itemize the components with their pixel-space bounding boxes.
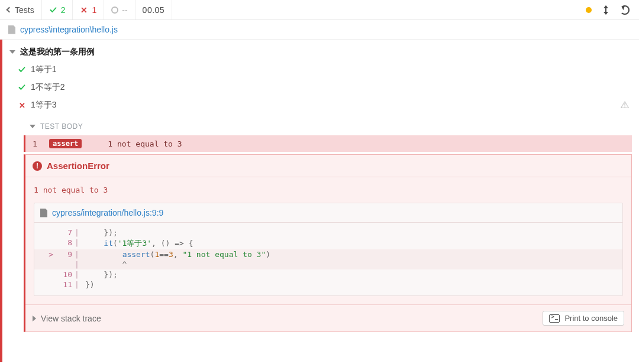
- test-list: 这是我的第一条用例 1等于11不等于2✕1等于3⚠ TEST BODY 1 as…: [2, 40, 639, 362]
- caret-down-icon: [9, 50, 15, 54]
- code-line: 7| });: [34, 228, 622, 238]
- fail-count: 1: [92, 5, 96, 15]
- error-title: AssertionError: [47, 161, 109, 171]
- print-to-console-button[interactable]: Print to console: [543, 311, 624, 326]
- frame-path-text: cypress/integration/hello.js:9:9: [52, 208, 163, 217]
- code-line: 11|}): [34, 280, 622, 290]
- error-block: ! AssertionError 1 not equal to 3 cypres…: [24, 154, 632, 332]
- toolbar-right: [576, 0, 639, 20]
- tests-label: Tests: [15, 5, 34, 15]
- x-icon: ✕: [18, 101, 26, 109]
- duration: 00.05: [143, 5, 165, 15]
- terminal-icon: [549, 314, 560, 323]
- pending-count: --: [122, 5, 127, 15]
- x-icon: ✕: [80, 6, 88, 14]
- check-icon: [18, 66, 26, 74]
- test-body-panel: TEST BODY 1 assert 1 not equal to 3 ! As…: [24, 118, 632, 332]
- pass-count: 2: [61, 5, 66, 15]
- view-stack-trace[interactable]: View stack trace: [33, 314, 101, 323]
- fail-row: ✕1等于3⚠: [7, 96, 632, 114]
- assert-badge: assert: [49, 139, 82, 148]
- file-icon: [40, 209, 47, 217]
- test-row[interactable]: 1等于1: [7, 61, 632, 79]
- error-message: 1 not equal to 3: [25, 177, 631, 203]
- test-row[interactable]: 1不等于2: [7, 79, 632, 96]
- code-frame: cypress/integration/hello.js:9:9 7| });8…: [34, 203, 623, 296]
- warning-icon[interactable]: ⚠: [620, 99, 630, 111]
- error-title-row: ! AssertionError: [25, 155, 631, 177]
- file-path-bar[interactable]: cypress\integration\hello.js: [0, 20, 639, 40]
- fail-count-cell[interactable]: ✕ 1: [73, 0, 104, 20]
- error-footer: View stack trace Print to console: [25, 304, 631, 332]
- check-icon: [49, 6, 57, 14]
- viewport-resize-icon[interactable]: [602, 6, 609, 14]
- check-icon: [18, 83, 26, 92]
- code-frame-path[interactable]: cypress/integration/hello.js:9:9: [34, 203, 622, 223]
- stack-trace-label: View stack trace: [41, 314, 101, 323]
- tests-back-button[interactable]: Tests: [0, 0, 42, 20]
- suite-row[interactable]: 这是我的第一条用例: [7, 43, 632, 61]
- command-row[interactable]: 1 assert 1 not equal to 3: [24, 135, 632, 152]
- test-body-header[interactable]: TEST BODY: [24, 118, 632, 135]
- caret-down-icon: [30, 125, 36, 128]
- chevron-left-icon: [7, 7, 12, 13]
- toolbar-spacer: [172, 0, 576, 20]
- command-message: 1 not equal to 3: [108, 139, 182, 148]
- file-path: cypress\integration\hello.js: [20, 25, 118, 34]
- code-line: >9| assert(1==3, "1 not equal to 3"): [34, 249, 622, 259]
- suite-title: 这是我的第一条用例: [20, 47, 95, 57]
- top-toolbar: Tests 2 ✕ 1 -- 00.05: [0, 0, 639, 20]
- reload-icon[interactable]: [620, 5, 630, 15]
- status-dot-icon[interactable]: [586, 7, 592, 13]
- code-line: | ^: [34, 259, 622, 269]
- code-line: 10| });: [34, 269, 622, 280]
- print-label: Print to console: [564, 314, 618, 323]
- test-label: 1不等于2: [31, 82, 65, 93]
- caret-right-icon: [33, 316, 36, 321]
- pass-count-cell[interactable]: 2: [42, 0, 73, 20]
- test-row[interactable]: ✕1等于3: [7, 96, 620, 114]
- pending-icon: [111, 6, 118, 14]
- time-cell: 00.05: [135, 0, 173, 20]
- test-label: 1等于1: [31, 64, 57, 75]
- code-line: 8| it('1等于3', () => {: [34, 238, 622, 249]
- code-lines: 7| });8| it('1等于3', () => {>9| assert(1=…: [34, 223, 622, 295]
- test-body-label: TEST BODY: [40, 122, 83, 131]
- error-icon: !: [33, 161, 42, 171]
- pending-count-cell[interactable]: --: [104, 0, 135, 20]
- command-number: 1: [33, 139, 41, 148]
- test-label: 1等于3: [31, 100, 57, 110]
- file-icon: [8, 25, 15, 34]
- content-area: 这是我的第一条用例 1等于11不等于2✕1等于3⚠ TEST BODY 1 as…: [0, 40, 639, 362]
